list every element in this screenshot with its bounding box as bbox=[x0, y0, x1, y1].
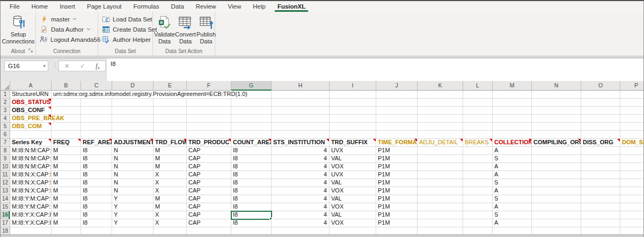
tab-fusionxl[interactable]: FusionXL bbox=[272, 1, 311, 12]
ribbon-button-master[interactable]: master bbox=[37, 14, 97, 24]
cell-A2[interactable]: OBS_STATUS bbox=[10, 99, 52, 107]
cell-M9[interactable]: S bbox=[493, 155, 532, 163]
cell-I17[interactable]: VOX bbox=[330, 219, 376, 227]
cell-J10[interactable]: P1M bbox=[376, 163, 418, 171]
col-header-B[interactable]: B bbox=[52, 81, 81, 91]
cell-O3[interactable] bbox=[581, 107, 620, 115]
cell-M18[interactable] bbox=[493, 227, 532, 234]
cell-B7[interactable]: FREQ bbox=[52, 139, 81, 147]
col-header-D[interactable]: D bbox=[112, 81, 153, 91]
cell-J6[interactable] bbox=[376, 131, 418, 139]
cell-C10[interactable]: I8 bbox=[81, 163, 112, 171]
cell-P5[interactable] bbox=[620, 123, 643, 131]
tab-insert[interactable]: Insert bbox=[54, 1, 81, 12]
cell-L1[interactable] bbox=[463, 91, 493, 99]
cell-F6[interactable] bbox=[187, 131, 231, 139]
cell-D13[interactable]: N bbox=[112, 187, 153, 195]
cell-B16[interactable]: M bbox=[52, 211, 81, 219]
cell-I9[interactable]: VAL bbox=[330, 155, 376, 163]
cell-F3[interactable] bbox=[187, 107, 231, 115]
cell-J3[interactable] bbox=[376, 107, 418, 115]
cell-C4[interactable] bbox=[81, 115, 112, 123]
row-header-15[interactable]: 15 bbox=[1, 203, 10, 211]
cell-A17[interactable]: M:I8:Y:X:CAP:I8 bbox=[10, 219, 52, 227]
col-header-O[interactable]: O bbox=[581, 81, 620, 91]
cell-N8[interactable] bbox=[532, 147, 581, 155]
cell-C2[interactable] bbox=[81, 99, 112, 107]
cell-P3[interactable] bbox=[620, 107, 643, 115]
cell-G7[interactable]: COUNT_AREA bbox=[231, 139, 272, 147]
cell-F11[interactable]: CAP bbox=[187, 171, 231, 179]
cell-N15[interactable] bbox=[532, 203, 581, 211]
cell-I7[interactable]: TRD_SUFFIX bbox=[330, 139, 376, 147]
cell-D7[interactable]: ADJUSTMENT bbox=[112, 139, 153, 147]
cell-M17[interactable]: A bbox=[493, 219, 532, 227]
cell-H10[interactable]: 4 bbox=[272, 163, 330, 171]
cell-M13[interactable]: A bbox=[493, 187, 532, 195]
cell-F16[interactable]: CAP bbox=[187, 211, 231, 219]
cell-E8[interactable]: M bbox=[153, 147, 187, 155]
cell-L11[interactable] bbox=[463, 171, 493, 179]
cell-O17[interactable] bbox=[581, 219, 620, 227]
cell-K4[interactable] bbox=[418, 115, 463, 123]
tab-formulas[interactable]: Formulas bbox=[128, 1, 165, 12]
cell-G10[interactable]: I8 bbox=[231, 163, 272, 171]
col-header-G[interactable]: G bbox=[231, 81, 272, 91]
cell-M5[interactable] bbox=[493, 123, 532, 131]
cell-B10[interactable]: M bbox=[52, 163, 81, 171]
cell-M12[interactable]: S bbox=[493, 179, 532, 187]
cell-I11[interactable]: UVX bbox=[330, 171, 376, 179]
cell-B14[interactable]: M bbox=[52, 195, 81, 203]
cell-J11[interactable]: P1M bbox=[376, 171, 418, 179]
cell-G12[interactable]: I8 bbox=[231, 179, 272, 187]
cell-J13[interactable]: P1M bbox=[376, 187, 418, 195]
cell-L2[interactable] bbox=[463, 99, 493, 107]
cell-A18[interactable] bbox=[10, 227, 52, 234]
cell-N9[interactable] bbox=[532, 155, 581, 163]
cell-B8[interactable]: M bbox=[52, 147, 81, 155]
ribbon-button-validate-data[interactable]: Validate Data bbox=[155, 13, 174, 45]
cell-E13[interactable]: X bbox=[153, 187, 187, 195]
cell-I14[interactable]: VAL bbox=[330, 195, 376, 203]
cell-O8[interactable] bbox=[581, 147, 620, 155]
cell-E12[interactable]: X bbox=[153, 179, 187, 187]
insert-function-icon[interactable]: fx bbox=[96, 62, 100, 70]
cell-B2[interactable] bbox=[52, 99, 81, 107]
col-header-H[interactable]: H bbox=[272, 81, 330, 91]
cell-J2[interactable] bbox=[376, 99, 418, 107]
cell-A12[interactable]: M:I8:N:X:CAP:I8 bbox=[10, 179, 52, 187]
tab-view[interactable]: View bbox=[222, 1, 247, 12]
cell-P7[interactable]: DOM_SER bbox=[620, 139, 643, 147]
cell-A9[interactable]: M:I8:N:M:CAP:I8 bbox=[10, 155, 52, 163]
cell-L14[interactable] bbox=[463, 195, 493, 203]
cell-N1[interactable] bbox=[532, 91, 581, 99]
cell-D6[interactable] bbox=[112, 131, 153, 139]
row-header-17[interactable]: 17 bbox=[1, 219, 10, 227]
cell-B18[interactable] bbox=[52, 227, 81, 234]
cell-J17[interactable]: P1M bbox=[376, 219, 418, 227]
cell-O2[interactable] bbox=[581, 99, 620, 107]
cell-F2[interactable] bbox=[187, 99, 231, 107]
ribbon-button-data-author[interactable]: Data Author bbox=[37, 24, 97, 34]
cell-B9[interactable]: M bbox=[52, 155, 81, 163]
cell-D9[interactable]: N bbox=[112, 155, 153, 163]
cell-A11[interactable]: M:I8:N:X:CAP:I8 bbox=[10, 171, 52, 179]
cell-I15[interactable]: VOX bbox=[330, 203, 376, 211]
cell-P9[interactable] bbox=[620, 155, 643, 163]
name-box[interactable]: G16 ▾ bbox=[4, 61, 48, 71]
cell-C16[interactable]: I8 bbox=[81, 211, 112, 219]
cell-H2[interactable] bbox=[272, 99, 330, 107]
cell-P1[interactable] bbox=[620, 91, 643, 99]
cell-B5[interactable] bbox=[52, 123, 81, 131]
cell-K10[interactable] bbox=[418, 163, 463, 171]
cell-D8[interactable]: N bbox=[112, 147, 153, 155]
row-header-9[interactable]: 9 bbox=[1, 155, 10, 163]
col-header-K[interactable]: K bbox=[418, 81, 463, 91]
cell-G4[interactable] bbox=[231, 115, 272, 123]
cell-G17[interactable]: I8 bbox=[231, 219, 272, 227]
cell-M1[interactable] bbox=[493, 91, 532, 99]
cell-F5[interactable] bbox=[187, 123, 231, 131]
cell-D15[interactable]: Y bbox=[112, 203, 153, 211]
cell-H1[interactable] bbox=[272, 91, 330, 99]
cell-L15[interactable] bbox=[463, 203, 493, 211]
